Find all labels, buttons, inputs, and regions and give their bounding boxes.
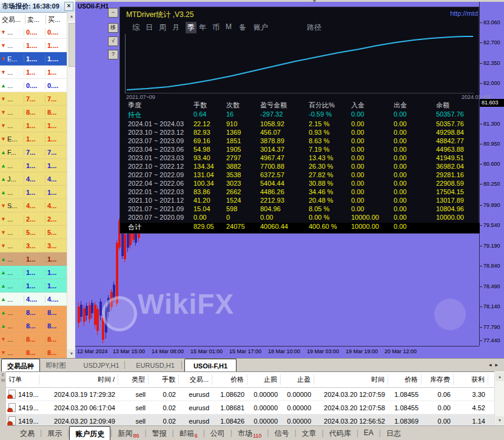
toolbox-tab-邮箱[interactable]: 邮箱6 <box>174 426 203 440</box>
orders-col-header[interactable]: 类型 <box>118 374 149 385</box>
panel-tab-周[interactable]: 周 <box>159 22 166 33</box>
col-bid[interactable]: 卖... <box>25 15 46 24</box>
market-watch-row[interactable]: ▲...0....0.... <box>0 79 67 92</box>
bid-cell: 2... <box>24 215 45 223</box>
toolbox-tab-账户历史[interactable]: 账户历史 <box>69 426 110 440</box>
help-button[interactable]: ? <box>108 50 118 59</box>
panel-tab-日[interactable]: 日 <box>146 22 153 33</box>
order-cell: 1.14 <box>454 418 488 425</box>
orders-col-header[interactable]: 时间 / <box>39 374 118 385</box>
orders-header-row[interactable]: 订单时间 /类型手数交易...价格止损止盈时间价格库存费获利 <box>6 372 494 388</box>
market-watch-row[interactable]: ▼...5...5... <box>0 226 67 239</box>
market-watch-row[interactable]: ▲...1...1... <box>0 266 67 279</box>
toolbox-tab-新闻[interactable]: 新闻86 <box>112 426 144 440</box>
order-cell: sell <box>118 391 149 398</box>
symbol-cell: ▼... <box>0 229 24 236</box>
panel-path-label[interactable]: 路径 <box>307 22 321 33</box>
order-row[interactable]: 1419...2024.03.19 17:29:32sell0.02eurusd… <box>6 388 494 401</box>
orders-col-header[interactable]: 止损 <box>247 374 281 385</box>
close-icon[interactable]: × <box>64 2 73 11</box>
market-watch-row[interactable]: ▼E...1....1.... <box>0 52 67 66</box>
check-button[interactable]: √ <box>108 36 118 46</box>
orders-col-header[interactable]: 订单 <box>6 374 39 385</box>
col-ask[interactable]: 买... <box>45 15 67 24</box>
stat-cell: 7700.88 <box>260 163 284 170</box>
market-watch-row[interactable]: ▼E...1...1... <box>0 132 67 146</box>
panel-tab-币[interactable]: 币 <box>212 22 220 33</box>
market-watch-row[interactable]: ▲...1...1... <box>0 279 67 293</box>
orders-col-header[interactable]: 时间 <box>314 374 388 385</box>
toolbox-tab-文章[interactable]: 文章 <box>297 426 322 440</box>
panel-tab-账户[interactable]: 账户 <box>254 22 268 33</box>
panel-tab-月[interactable]: 月 <box>172 22 180 33</box>
toolbox-tab-代码库[interactable]: 代码库 <box>324 426 357 440</box>
orders-col-header[interactable]: 手数 <box>149 374 179 385</box>
market-watch-row[interactable]: ▲...1...1... <box>0 252 67 266</box>
toolbox-tab-交易[interactable]: 交易 <box>15 426 40 440</box>
stat-cell: 出金 <box>394 101 407 110</box>
tab-scroll-arrows[interactable]: ◂▸ <box>489 362 502 368</box>
market-watch-row[interactable]: ▼...8...8... <box>0 346 67 359</box>
market-watch-row[interactable]: ▲...1...1... <box>0 159 67 172</box>
col-symbol[interactable]: 交易... <box>0 15 25 24</box>
market-watch-row[interactable]: ▼...3...3... <box>0 239 67 252</box>
panel-tab-综[interactable]: 综 <box>132 22 139 33</box>
toolbox-tab-日志[interactable]: 日志 <box>381 426 406 440</box>
orders-col-header[interactable]: 价格 <box>212 374 247 385</box>
market-watch-row[interactable]: ▼...1....1.... <box>0 39 67 52</box>
market-watch-scrollbar[interactable]: ▲ ▼ <box>67 12 76 358</box>
scroll-down-icon[interactable]: ▼ <box>496 416 504 425</box>
move-button[interactable]: 移 <box>108 23 118 33</box>
order-cell-text: 1419... <box>18 404 39 411</box>
toolbox-tab-警报[interactable]: 警报 <box>147 426 172 440</box>
market-watch-row[interactable]: ▼...2...2... <box>0 212 67 226</box>
chart-tab-USOil-F,H1[interactable]: USOil-F,H1 <box>184 359 237 373</box>
panel-tab-备[interactable]: 备 <box>239 22 246 33</box>
chart-tab-USDJPY,H1[interactable]: USDJPY,H1 <box>81 359 121 371</box>
sidebar-tab-tick-chart[interactable]: 即时图 <box>40 359 72 371</box>
minimize-button[interactable]: − <box>108 8 118 18</box>
chart-tab-EURUSD,H1[interactable]: EURUSD,H1 <box>132 359 178 371</box>
orders-col-header[interactable]: 止盈 <box>281 374 314 385</box>
market-watch-row[interactable]: ▼...7...7... <box>0 92 67 106</box>
chart-area[interactable]: ▼ WikiFX USOil-F,H1 83.06082.70082.35082… <box>75 0 504 358</box>
market-watch-row[interactable]: ▼S...4...4... <box>0 199 67 212</box>
market-watch-row[interactable]: ▲...4....4.... <box>0 293 67 306</box>
toolbox-tab-label: 市场 <box>238 428 252 440</box>
market-watch-row[interactable]: ▼...0....0.... <box>0 25 67 39</box>
panel-tab-季[interactable]: 季 <box>186 22 197 33</box>
stat-cell: 6372.57 <box>260 171 284 178</box>
panel-tab-M[interactable]: M <box>226 22 232 31</box>
scroll-down-icon[interactable]: ▼ <box>67 350 76 358</box>
toolbox-tab-信号[interactable]: 信号 <box>269 426 294 440</box>
orders-col-header[interactable]: 交易... <box>179 374 212 385</box>
market-watch-row[interactable]: ▼...1...1... <box>0 66 67 79</box>
market-watch-row[interactable]: ▲...1...1... <box>0 186 67 199</box>
scroll-up-icon[interactable]: ▲ <box>496 373 504 381</box>
mtdriver-panel[interactable]: MTDriver统计 ,V3.25 http://mtd 综日周月季年币M备账户… <box>119 7 479 234</box>
market-watch-row[interactable]: ▲...8...8... <box>0 319 67 333</box>
orders-col-header[interactable]: 库存费 <box>422 374 454 385</box>
toolbox-tab-EA[interactable]: EA <box>358 426 379 440</box>
panel-link[interactable]: http://mtd <box>450 10 478 17</box>
panel-tab-年[interactable]: 年 <box>199 22 206 33</box>
down-arrow-icon: ▼ <box>1 123 6 129</box>
market-watch-titlebar[interactable]: 市场报价: 16:38:09 × <box>0 0 75 13</box>
order-row[interactable]: 1419...2024.03.20 06:17:04sell0.02eurusd… <box>6 401 494 415</box>
market-watch-row[interactable]: ▼...1...1... <box>0 119 67 132</box>
orders-col-header[interactable]: 价格 <box>388 374 422 385</box>
market-watch-row[interactable]: ▲J...4...4... <box>0 172 67 186</box>
toolbox-tab-公司[interactable]: 公司 <box>205 426 230 440</box>
toolbox-tab-市场[interactable]: 市场110 <box>232 426 267 440</box>
market-watch-row[interactable]: ▲F...7...7... <box>0 146 67 159</box>
toolbox-tab-展示[interactable]: 展示 <box>42 426 67 440</box>
orders-scrollbar[interactable]: ▲ ▼ <box>494 371 504 425</box>
market-watch-row[interactable]: ▼...8...8... <box>0 333 67 346</box>
market-watch-row[interactable]: ▼...8...8... <box>0 106 67 119</box>
stat-cell: 0.00 <box>394 171 406 178</box>
stats-quarter-row: 2020.07 ~ 2020.090.0000.000.00 %10000.00… <box>120 214 480 222</box>
sidebar-tab-symbols[interactable]: 交易品种 <box>1 359 40 373</box>
scroll-up-icon[interactable]: ▲ <box>67 12 76 21</box>
market-watch-row[interactable]: ▲...8...8... <box>0 306 67 319</box>
orders-col-header[interactable]: 获利 <box>454 374 488 385</box>
